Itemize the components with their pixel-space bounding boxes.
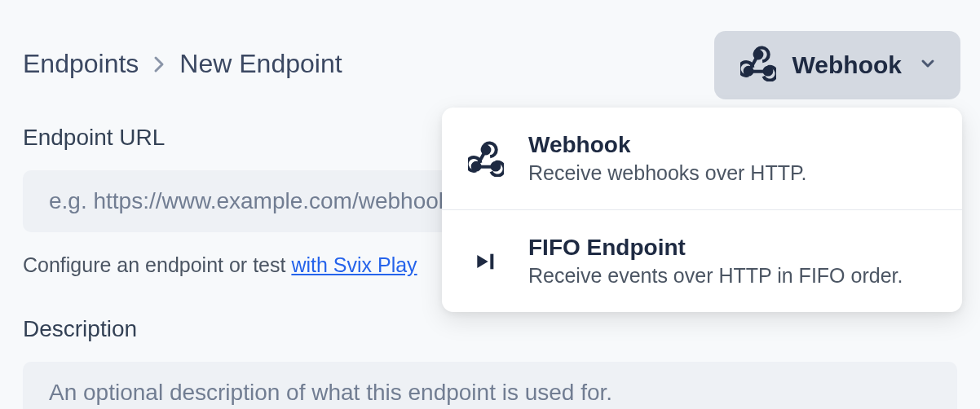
chevron-right-icon xyxy=(153,55,165,73)
fifo-icon xyxy=(468,244,504,279)
breadcrumb-root[interactable]: Endpoints xyxy=(23,49,139,79)
webhook-icon xyxy=(468,141,504,177)
description-input[interactable]: An optional description of what this end… xyxy=(23,362,957,409)
description-label: Description xyxy=(23,316,957,342)
endpoint-type-selector[interactable]: Webhook xyxy=(714,31,960,99)
dropdown-item-fifo[interactable]: FIFO Endpoint Receive events over HTTP i… xyxy=(442,209,962,312)
dropdown-item-title: Webhook xyxy=(528,132,806,158)
dropdown-item-description: Receive webhooks over HTTP. xyxy=(528,161,806,185)
chevron-down-icon xyxy=(918,54,938,77)
dropdown-item-webhook[interactable]: Webhook Receive webhooks over HTTP. xyxy=(442,108,962,209)
endpoint-type-label: Webhook xyxy=(792,51,902,79)
breadcrumb-current: New Endpoint xyxy=(179,49,342,79)
endpoint-type-dropdown: Webhook Receive webhooks over HTTP. FIFO… xyxy=(442,108,962,312)
dropdown-item-title: FIFO Endpoint xyxy=(528,235,903,261)
svix-play-link[interactable]: with Svix Play xyxy=(291,253,417,276)
svg-rect-6 xyxy=(490,253,493,269)
dropdown-item-description: Receive events over HTTP in FIFO order. xyxy=(528,264,903,288)
endpoint-url-helper-text: Configure an endpoint or test xyxy=(23,253,291,276)
webhook-icon xyxy=(740,46,776,85)
